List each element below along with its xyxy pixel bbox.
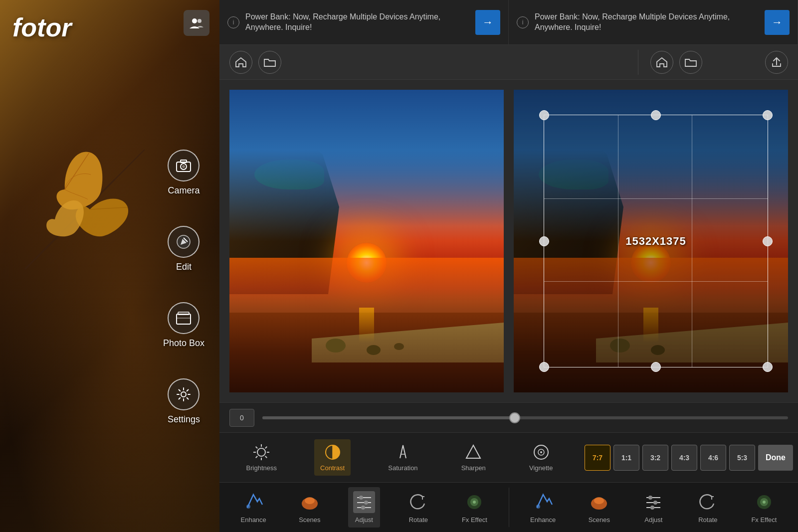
sidebar-navigation: Camera Edit Photo Box: [163, 150, 204, 425]
folder-icon-right: [685, 57, 697, 67]
tool-sharpen[interactable]: Sharpen: [455, 439, 492, 476]
ad-banner-right: i Power Bank: Now, Recharge Multiple Dev…: [509, 0, 798, 44]
crop-box[interactable]: 1532X1375: [544, 115, 768, 367]
bottom-tool-fx-right[interactable]: Fx Effect: [746, 487, 782, 528]
fx-svg-left: [464, 493, 484, 512]
crop-handle-top-left[interactable]: [539, 110, 549, 120]
svg-point-3: [198, 19, 201, 23]
ad-info-icon-right: i: [517, 16, 529, 28]
slider-track[interactable]: [262, 416, 788, 419]
tool-contrast[interactable]: Contrast: [314, 439, 351, 476]
crop-grid-h1: [544, 198, 768, 199]
ratio-btn-1-1[interactable]: 1:1: [613, 445, 639, 471]
sidebar-item-camera[interactable]: Camera: [168, 150, 200, 196]
crop-handle-top-right[interactable]: [763, 110, 773, 120]
crop-done-button[interactable]: Done: [758, 445, 793, 471]
crop-handle-bottom-right[interactable]: [763, 362, 773, 372]
svg-line-21: [265, 447, 267, 449]
svg-point-7: [182, 165, 185, 168]
svg-point-43: [594, 497, 604, 504]
tool-saturation[interactable]: Saturation: [382, 439, 423, 476]
bottom-tool-enhance-right[interactable]: Enhance: [525, 487, 561, 528]
scenes-label-left: Scenes: [299, 516, 320, 524]
ad-arrow-button-right[interactable]: →: [765, 10, 790, 35]
scenes-icon-right: [588, 491, 610, 513]
photobox-label: Photo Box: [163, 338, 204, 349]
svg-point-29: [246, 505, 250, 509]
bottom-tool-adjust-left[interactable]: Adjust: [348, 487, 380, 528]
rock-1: [326, 339, 346, 353]
settings-icon-circle: [168, 378, 200, 410]
folder-button-right[interactable]: [679, 51, 702, 74]
crop-grid-v2: [692, 115, 692, 367]
crop-handle-bottom-mid[interactable]: [651, 362, 661, 372]
enhance-label-right: Enhance: [530, 516, 556, 524]
ad-arrow-button-left[interactable]: →: [475, 10, 500, 35]
editor-toolbar: [219, 45, 798, 80]
rotate-svg-left: [408, 493, 428, 512]
ad-info-icon-left: i: [227, 16, 239, 28]
rotate-svg-right: [698, 493, 718, 512]
ratio-btn-3-2[interactable]: 3:2: [642, 445, 668, 471]
bottom-tool-adjust-right[interactable]: Adjust: [637, 487, 669, 528]
friends-button[interactable]: [184, 10, 209, 36]
rotate-label-right: Rotate: [698, 516, 717, 524]
camera-icon-circle: [168, 150, 200, 181]
bottom-tool-scenes-right[interactable]: Scenes: [583, 487, 615, 528]
tool-brightness[interactable]: Brightness: [240, 439, 283, 476]
home-button-left[interactable]: [229, 51, 252, 74]
svg-point-33: [359, 496, 363, 500]
crop-handle-mid-right[interactable]: [763, 236, 773, 246]
crop-grid-v1: [618, 115, 618, 367]
rock-2: [367, 345, 381, 355]
svg-point-40: [473, 501, 476, 504]
rotate-icon-left: [407, 491, 429, 513]
ratio-btn-4-6[interactable]: 4:6: [700, 445, 726, 471]
svg-rect-11: [178, 312, 189, 315]
slider-value: 0: [240, 414, 244, 422]
svg-point-41: [536, 505, 540, 509]
toolbar-divider: [638, 50, 638, 75]
ratio-btn-7-7[interactable]: 7:7: [585, 445, 610, 471]
sidebar-item-settings[interactable]: Settings: [168, 378, 200, 425]
folder-button-left[interactable]: [258, 51, 281, 74]
svg-line-22: [256, 456, 258, 458]
sharpen-label: Sharpen: [461, 464, 486, 472]
sidebar-item-edit[interactable]: Edit: [168, 226, 200, 272]
slider-fill: [262, 416, 515, 419]
bottom-tool-scenes-left[interactable]: Scenes: [294, 487, 326, 528]
vignette-label: Vignette: [529, 464, 553, 472]
enhance-label-left: Enhance: [241, 516, 266, 524]
crop-ratio-buttons: 7:7 1:1 3:2 4:3 4:6 5:3 Done: [580, 445, 798, 471]
slider-thumb[interactable]: [509, 412, 520, 423]
scenes-svg-right: [589, 493, 609, 512]
ratio-btn-4-3[interactable]: 4:3: [671, 445, 697, 471]
crop-dimensions-label: 1532X1375: [625, 235, 686, 248]
fx-svg-right: [754, 493, 774, 512]
fx-label-left: Fx Effect: [462, 516, 487, 524]
fx-icon-right: [753, 491, 775, 513]
enhance-icon-right: [532, 491, 554, 513]
toolbar-left: [229, 51, 626, 74]
crop-handle-mid-left[interactable]: [539, 236, 549, 246]
sidebar-item-photobox[interactable]: Photo Box: [163, 302, 204, 349]
brightness-icon: [252, 443, 270, 461]
edit-icon: [177, 235, 191, 249]
ratio-btn-5-3[interactable]: 5:3: [729, 445, 755, 471]
home-button-right[interactable]: [650, 51, 673, 74]
adjust-icon-right: [642, 491, 664, 513]
contrast-icon: [324, 443, 342, 461]
image-panel-left: [229, 90, 504, 392]
share-button-left[interactable]: [765, 51, 788, 74]
crop-handle-bottom-left[interactable]: [539, 362, 549, 372]
crop-handle-top-mid[interactable]: [651, 110, 661, 120]
bottom-tool-fx-left[interactable]: Fx Effect: [457, 487, 492, 528]
svg-line-1: [115, 150, 145, 179]
tool-vignette[interactable]: Vignette: [523, 439, 559, 476]
bottom-tool-enhance-left[interactable]: Enhance: [236, 487, 271, 528]
bottom-tool-rotate-left[interactable]: Rotate: [402, 487, 434, 528]
scenes-svg-left: [300, 493, 320, 512]
bottom-tool-rotate-right[interactable]: Rotate: [692, 487, 724, 528]
adjust-tools-left: Brightness Contrast Saturation: [219, 439, 580, 476]
svg-point-35: [364, 501, 368, 505]
